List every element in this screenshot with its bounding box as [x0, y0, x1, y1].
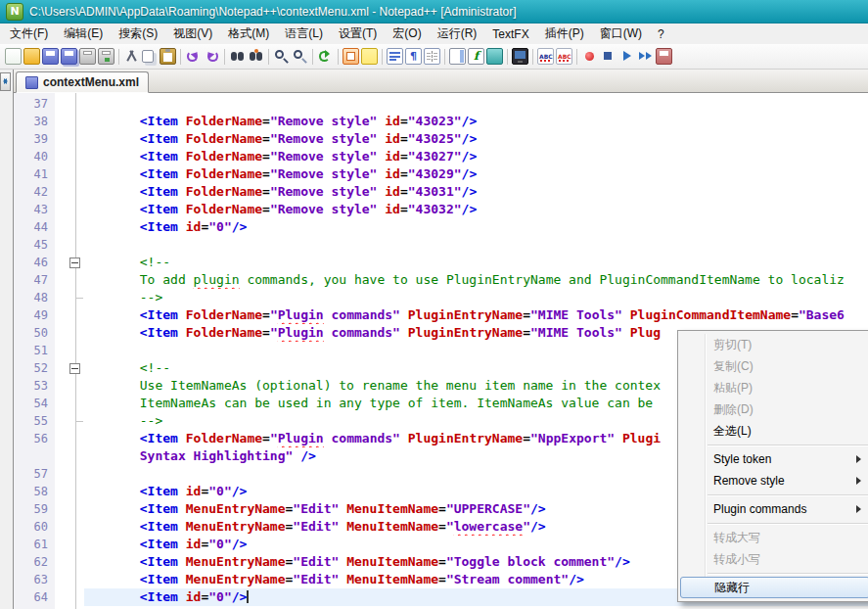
code-line-text[interactable]: <Item FolderName="Remove style" id="4303… [84, 183, 868, 201]
line-number[interactable]: 38 [14, 113, 55, 130]
menubar-item-6[interactable]: 设置(T) [331, 23, 385, 44]
menubar-item-4[interactable]: 格式(M) [220, 23, 277, 44]
find-icon[interactable] [229, 48, 246, 65]
fold-margin[interactable] [69, 113, 84, 130]
fold-margin[interactable] [69, 218, 84, 236]
menubar-item-11[interactable]: 窗口(W) [592, 23, 650, 44]
bookmark-margin[interactable] [55, 359, 69, 377]
line-number[interactable]: 41 [14, 165, 55, 183]
line-number[interactable]: 43 [14, 201, 55, 218]
fullscreen-icon[interactable] [343, 48, 359, 65]
line-number[interactable]: 46 [14, 254, 55, 271]
context-menu-item-to-lowercase[interactable]: 转成小写 [680, 548, 868, 570]
word-wrap-icon[interactable] [387, 48, 403, 65]
line-number[interactable] [14, 447, 55, 465]
fold-margin[interactable] [69, 500, 84, 518]
menubar-item-0[interactable]: 文件(F) [2, 23, 56, 44]
line-number[interactable]: 42 [14, 183, 55, 201]
bookmark-margin[interactable] [55, 165, 69, 183]
menubar-item-7[interactable]: 宏(O) [385, 23, 429, 44]
fold-margin[interactable] [69, 359, 84, 377]
line-number[interactable]: 51 [14, 342, 55, 359]
titlebar[interactable]: C:\Users\ADMIN\AppData\Roaming\Notepad++… [0, 0, 868, 23]
bookmark-margin[interactable] [55, 571, 69, 588]
bookmark-margin[interactable] [55, 271, 69, 289]
context-menu-item-remove-style[interactable]: Remove style [680, 470, 868, 492]
bookmark-margin[interactable] [55, 342, 69, 359]
bookmark-margin[interactable] [55, 536, 69, 553]
doc-map-icon[interactable] [449, 48, 466, 65]
fold-margin[interactable] [69, 430, 84, 447]
line-number[interactable]: 62 [14, 553, 55, 571]
line-number[interactable]: 47 [14, 271, 55, 289]
line-number[interactable]: 44 [14, 218, 55, 236]
bookmark-margin[interactable] [55, 183, 69, 201]
context-menu-item-hide-lines[interactable]: 隐藏行 [680, 577, 868, 598]
zoom-out-icon[interactable] [292, 48, 308, 65]
bookmark-margin[interactable] [55, 500, 69, 518]
fold-margin[interactable] [69, 306, 84, 324]
bookmark-margin[interactable] [55, 113, 69, 130]
fold-margin[interactable] [69, 236, 84, 254]
line-number[interactable]: 56 [14, 430, 55, 447]
line-number[interactable]: 48 [14, 289, 55, 306]
context-menu-item-cut[interactable]: 剪切(T) [680, 334, 868, 355]
line-number[interactable]: 55 [14, 412, 55, 430]
fold-margin[interactable] [69, 536, 84, 553]
fold-collapse-icon[interactable] [69, 258, 80, 268]
fold-margin[interactable] [69, 377, 84, 395]
code-line-text[interactable]: <Item FolderName="Remove style" id="4302… [84, 148, 868, 165]
menubar-item-9[interactable]: TextFX [484, 25, 536, 43]
line-number[interactable]: 50 [14, 324, 55, 342]
line-number[interactable]: 63 [14, 571, 55, 588]
tab-contextmenu-xml[interactable]: contextMenu.xml [16, 71, 149, 93]
show-all-chars-icon[interactable] [405, 48, 422, 65]
function-list-icon[interactable] [468, 48, 484, 65]
code-line-text[interactable]: <Item FolderName="Remove style" id="4302… [84, 165, 868, 183]
folder-workspace-icon[interactable] [486, 48, 503, 65]
bookmark-margin[interactable] [55, 588, 69, 606]
code-line-text[interactable] [84, 236, 868, 254]
fold-margin[interactable] [69, 148, 84, 165]
code-line-text[interactable]: <Item FolderName="Remove style" id="4303… [84, 201, 868, 218]
fold-margin[interactable] [69, 447, 84, 465]
context-menu-item-to-uppercase[interactable]: 转成大写 [680, 527, 868, 548]
fold-margin[interactable] [69, 518, 84, 536]
indent-guide-icon[interactable] [424, 48, 440, 65]
refresh-icon[interactable] [317, 48, 334, 65]
fold-margin[interactable] [69, 553, 84, 571]
menubar-item-2[interactable]: 搜索(S) [111, 23, 165, 44]
context-menu-item-delete[interactable]: 删除(D) [680, 398, 868, 420]
menubar-item-10[interactable]: 插件(P) [537, 23, 592, 44]
context-menu-item-plugin-commands[interactable]: Plugin commands [680, 498, 868, 520]
menubar-item-3[interactable]: 视图(V) [165, 23, 220, 44]
context-menu-item-style-token[interactable]: Style token [680, 448, 868, 470]
macro-save-icon[interactable] [656, 48, 672, 65]
fold-margin[interactable] [69, 571, 84, 588]
bookmark-margin[interactable] [55, 377, 69, 395]
bookmark-margin[interactable] [55, 447, 69, 465]
bookmark-margin[interactable] [55, 95, 69, 113]
line-number[interactable]: 64 [14, 588, 55, 606]
bookmark-margin[interactable] [55, 430, 69, 447]
context-menu-item-copy[interactable]: 复制(C) [680, 355, 868, 377]
post-it-icon[interactable] [361, 48, 378, 65]
macro-record-icon[interactable] [581, 48, 598, 65]
line-number[interactable]: 59 [14, 500, 55, 518]
copy-icon[interactable] [142, 50, 154, 63]
monitor-icon[interactable] [512, 48, 528, 65]
code-line-text[interactable]: <!-- [84, 254, 868, 271]
zoom-in-icon[interactable] [273, 48, 290, 65]
new-file-icon[interactable] [5, 48, 22, 65]
fold-margin[interactable] [69, 130, 84, 148]
print-icon[interactable] [79, 48, 96, 65]
fold-margin[interactable] [69, 342, 84, 359]
paste-icon[interactable] [160, 48, 176, 65]
line-number[interactable]: 49 [14, 306, 55, 324]
bookmark-margin[interactable] [55, 201, 69, 218]
line-number[interactable]: 37 [14, 95, 55, 113]
code-line-text[interactable]: <Item FolderName="Remove style" id="4302… [84, 130, 868, 148]
save-all-icon[interactable] [61, 48, 77, 65]
print-now-icon[interactable] [98, 48, 114, 65]
line-number[interactable]: 52 [14, 359, 55, 377]
